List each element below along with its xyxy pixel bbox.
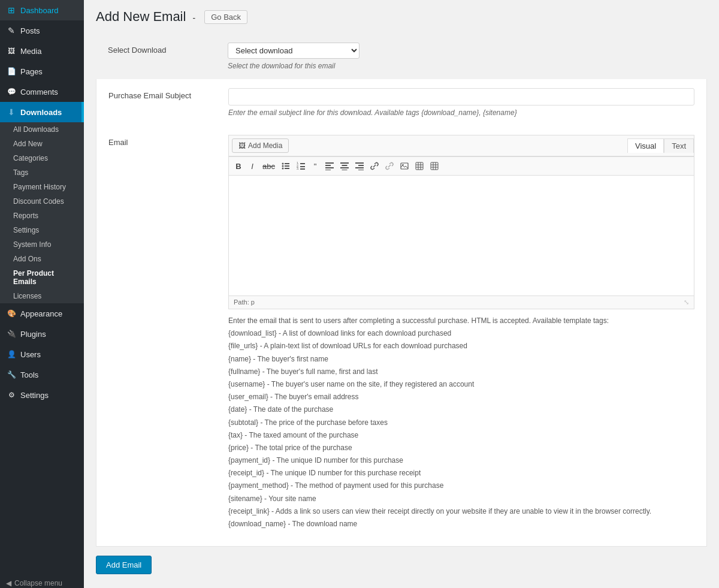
users-icon: 👤 — [6, 349, 17, 360]
bold-button[interactable]: B — [232, 159, 245, 173]
sidebar-item-posts[interactable]: ✎ Posts — [0, 20, 84, 41]
submenu-payment-history[interactable]: Payment History — [0, 180, 84, 194]
email-editor-row: Email 🖼 Add Media Visual — [96, 126, 707, 547]
more-options-button[interactable] — [427, 159, 442, 173]
downloads-submenu: All Downloads Add New Categories Tags Pa… — [0, 122, 84, 303]
svg-rect-7 — [300, 163, 305, 164]
tag-download-name: {download_name} - The download name — [228, 518, 694, 530]
email-subject-input[interactable] — [228, 88, 694, 105]
sidebar-item-dashboard[interactable]: ⊞ Dashboard — [0, 0, 84, 20]
editor-path-bar: Path: p ⤡ — [229, 295, 694, 309]
media-add-icon: 🖼 — [238, 141, 246, 150]
email-subject-row: Purchase Email Subject Enter the email s… — [96, 79, 707, 126]
email-subject-field: Enter the email subject line for this do… — [228, 88, 694, 117]
align-right-button[interactable] — [352, 159, 367, 173]
svg-rect-14 — [325, 167, 334, 168]
select-download-hint: Select the download for this email — [228, 62, 695, 70]
blockquote-button[interactable]: " — [309, 159, 322, 173]
unordered-list-button[interactable] — [279, 159, 293, 173]
sidebar-item-comments[interactable]: 💬 Comments — [0, 82, 84, 102]
italic-button[interactable]: I — [246, 159, 259, 173]
select-download-field: Select download Select the download for … — [228, 43, 695, 70]
pages-icon: 📄 — [6, 66, 17, 77]
main-content: Add New Email - Go Back Select Download … — [84, 0, 719, 588]
tag-name: {name} - The buyer's first name — [228, 354, 694, 365]
sidebar-item-pages[interactable]: 📄 Pages — [0, 61, 84, 82]
svg-rect-13 — [325, 165, 331, 166]
svg-point-2 — [282, 165, 283, 167]
sidebar-item-tools[interactable]: 🔧 Tools — [0, 364, 84, 385]
collapse-menu-button[interactable]: ◀ Collapse menu — [0, 574, 84, 588]
svg-point-0 — [282, 163, 283, 165]
sidebar-item-downloads[interactable]: ⬇ Downloads All Downloads Add New Catego… — [0, 102, 84, 303]
go-back-button[interactable]: Go Back — [204, 10, 247, 24]
tag-date: {date} - The date of the purchase — [228, 404, 694, 415]
svg-point-4 — [282, 168, 283, 170]
dashboard-icon: ⊞ — [6, 5, 17, 16]
remove-link-button[interactable] — [382, 159, 397, 173]
tab-visual[interactable]: Visual — [627, 138, 664, 153]
select-download-dropdown[interactable]: Select download — [228, 43, 360, 59]
submenu-per-product-emails[interactable]: Per Product Emails — [0, 266, 84, 289]
svg-rect-19 — [342, 170, 347, 170]
submenu-settings[interactable]: Settings — [0, 223, 84, 237]
editor-tabs: Visual Text — [627, 138, 694, 153]
tag-payment-id: {payment_id} - The unique ID number for … — [228, 455, 694, 466]
sidebar-item-settings[interactable]: ⚙ Settings — [0, 385, 84, 405]
resize-handle[interactable]: ⤡ — [684, 298, 689, 306]
submenu-add-new[interactable]: Add New — [0, 137, 84, 151]
add-media-button[interactable]: 🖼 Add Media — [232, 138, 289, 153]
submenu-system-info[interactable]: System Info — [0, 237, 84, 252]
svg-rect-1 — [285, 163, 289, 164]
appearance-icon: 🎨 — [6, 308, 17, 319]
tab-text[interactable]: Text — [664, 138, 694, 153]
insert-image-button[interactable] — [397, 159, 412, 173]
sidebar-item-users[interactable]: 👤 Users — [0, 344, 84, 364]
tag-user-email: {user_email} - The buyer's email address — [228, 391, 694, 403]
insert-table-button[interactable] — [412, 159, 427, 173]
email-subject-hint: Enter the email subject line for this do… — [228, 108, 694, 117]
add-email-form: Select Download Select download Select t… — [96, 34, 707, 583]
svg-rect-9 — [300, 166, 305, 167]
sidebar-item-plugins[interactable]: 🔌 Plugins — [0, 324, 84, 344]
media-icon: 🖼 — [6, 46, 17, 56]
strikethrough-button[interactable]: abc — [259, 159, 278, 173]
tag-subtotal: {subtotal} - The price of the purchase b… — [228, 417, 694, 429]
submenu-reports[interactable]: Reports — [0, 209, 84, 223]
tag-tax: {tax} - The taxed amount of the purchase — [228, 430, 694, 441]
email-editor-content[interactable] — [229, 176, 694, 295]
add-email-button[interactable]: Add Email — [96, 556, 152, 574]
submenu-all-downloads[interactable]: All Downloads — [0, 122, 84, 137]
submenu-discount-codes[interactable]: Discount Codes — [0, 194, 84, 209]
email-subject-label: Purchase Email Subject — [108, 88, 228, 117]
tag-file-urls: {file_urls} - A plain-text list of downl… — [228, 340, 694, 352]
svg-rect-5 — [285, 168, 289, 169]
svg-rect-17 — [342, 165, 347, 166]
email-editor-field: 🖼 Add Media Visual Text — [228, 135, 694, 537]
svg-rect-12 — [325, 162, 334, 164]
submenu-licenses[interactable]: Licenses — [0, 289, 84, 303]
svg-text:3.: 3. — [297, 167, 299, 170]
ordered-list-button[interactable]: 1.2.3. — [294, 159, 308, 173]
submenu-tags[interactable]: Tags — [0, 165, 84, 180]
posts-icon: ✎ — [6, 25, 17, 36]
submenu-categories[interactable]: Categories — [0, 151, 84, 165]
sidebar-item-appearance[interactable]: 🎨 Appearance — [0, 303, 84, 324]
tag-download-list: {download_list} - A list of download lin… — [228, 328, 694, 339]
align-center-button[interactable] — [337, 159, 352, 173]
tag-fullname: {fullname} - The buyer's full name, firs… — [228, 366, 694, 378]
svg-rect-22 — [355, 167, 364, 168]
tools-icon: 🔧 — [6, 369, 17, 380]
svg-rect-21 — [358, 165, 364, 166]
insert-link-button[interactable] — [367, 159, 382, 173]
collapse-icon: ◀ — [6, 579, 11, 587]
align-left-button[interactable] — [322, 159, 337, 173]
sidebar-item-media[interactable]: 🖼 Media — [0, 41, 84, 61]
svg-rect-18 — [340, 167, 349, 168]
editor-format-bar: B I abc 1.2.3. " — [229, 156, 694, 176]
page-header: Add New Email - Go Back — [96, 9, 707, 25]
comments-icon: 💬 — [6, 86, 17, 97]
svg-rect-3 — [285, 165, 289, 167]
submenu-add-ons[interactable]: Add Ons — [0, 252, 84, 266]
tag-receipt-id: {receipt_id} - The unique ID number for … — [228, 468, 694, 479]
